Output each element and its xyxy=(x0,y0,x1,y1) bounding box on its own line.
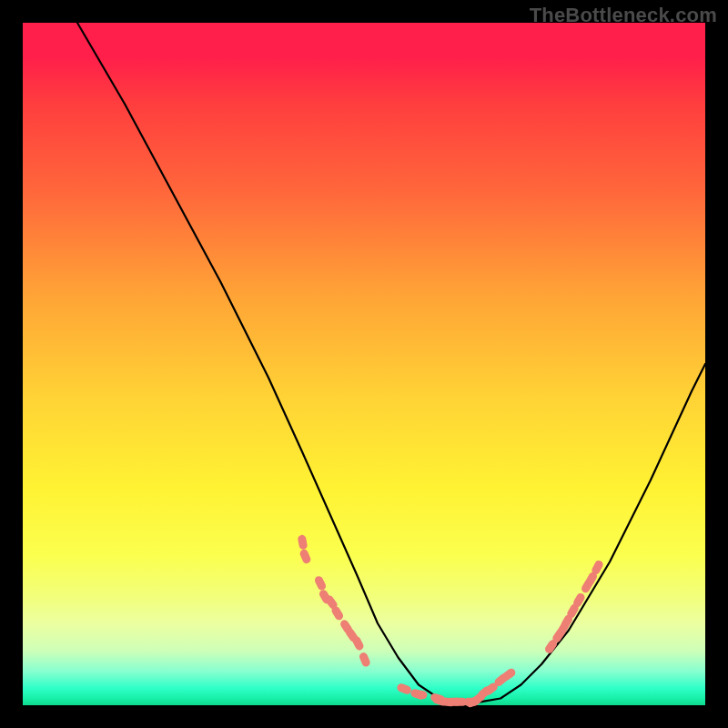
plot-area xyxy=(23,23,705,705)
watermark-label: TheBottleneck.com xyxy=(530,4,717,27)
bottleneck-curve xyxy=(77,23,705,702)
svg-rect-2 xyxy=(313,575,327,592)
chart-container: TheBottleneck.com xyxy=(0,0,728,728)
right-highlight-dots xyxy=(543,559,604,654)
svg-rect-9 xyxy=(359,652,371,668)
chart-svg xyxy=(23,23,705,705)
floor-highlight-dots xyxy=(396,667,517,709)
svg-rect-10 xyxy=(396,682,412,695)
svg-rect-0 xyxy=(298,534,308,550)
left-highlight-dots xyxy=(298,534,371,668)
svg-rect-1 xyxy=(298,548,312,564)
